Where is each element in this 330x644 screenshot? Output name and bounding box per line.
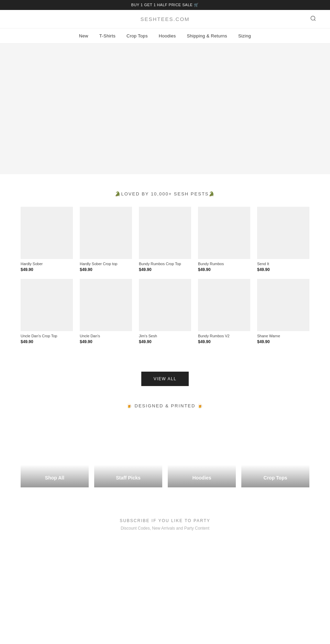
- category-hoodies[interactable]: Hoodies: [168, 419, 236, 487]
- product-price: $49.90: [257, 267, 309, 272]
- product-card-7[interactable]: Jim's Sesh $49.90: [139, 279, 191, 344]
- category-staff-picks[interactable]: Staff Picks: [94, 419, 162, 487]
- subscribe-title: SUBSCRIBE IF YOU LIKE TO PARTY: [21, 518, 309, 523]
- categories-section: 🍺 DESIGNED & PRINTED 🍺 Shop All Staff Pi…: [0, 403, 330, 505]
- products-grid-row2: Uncle Dan's Crop Top $49.90 Uncle Dan's …: [21, 279, 309, 344]
- subscribe-subtitle: Discount Codes, New Arrivals and Party C…: [21, 526, 309, 531]
- subscribe-section: SUBSCRIBE IF YOU LIKE TO PARTY Discount …: [0, 505, 330, 538]
- product-name: Hardly Sober: [21, 262, 73, 266]
- svg-point-0: [311, 16, 315, 20]
- category-crop-tops-label: Crop Tops: [241, 465, 309, 487]
- category-hoodies-label: Hoodies: [168, 465, 236, 487]
- product-price: $49.90: [139, 339, 191, 344]
- product-image: [21, 207, 73, 259]
- product-price: $49.90: [80, 267, 132, 272]
- products-grid: Hardly Sober $49.90 Hardly Sober Crop to…: [21, 207, 309, 272]
- product-name: Hardly Sober Crop top: [80, 262, 132, 266]
- header: SESHTEES.COM: [0, 10, 330, 29]
- product-price: $49.90: [198, 267, 250, 272]
- product-price: $49.90: [257, 339, 309, 344]
- products-section: 🐊LOVED BY 10,000+ SESH PESTS🐊 Hardly Sob…: [0, 174, 330, 361]
- products-section-title: 🐊LOVED BY 10,000+ SESH PESTS🐊: [21, 191, 309, 196]
- product-price: $49.90: [80, 339, 132, 344]
- search-icon[interactable]: [310, 15, 316, 23]
- product-card-4[interactable]: Send It $49.90: [257, 207, 309, 272]
- product-name: Bundy Rumbos V2: [198, 334, 250, 338]
- nav-sizing[interactable]: Sizing: [238, 33, 251, 38]
- product-name: Shane Warne: [257, 334, 309, 338]
- hero-banner: [0, 44, 330, 174]
- product-image: [198, 279, 250, 331]
- product-price: $49.90: [198, 339, 250, 344]
- site-logo[interactable]: SESHTEES.COM: [140, 16, 189, 22]
- product-price: $49.90: [139, 267, 191, 272]
- product-name: Send It: [257, 262, 309, 266]
- product-card-2[interactable]: Bundy Rumbos Crop Top $49.90: [139, 207, 191, 272]
- product-card-9[interactable]: Shane Warne $49.90: [257, 279, 309, 344]
- category-shop-all[interactable]: Shop All: [21, 419, 89, 487]
- main-nav: New T-Shirts Crop Tops Hoodies Shipping …: [0, 29, 330, 44]
- product-card-8[interactable]: Bundy Rumbos V2 $49.90: [198, 279, 250, 344]
- product-image: [80, 279, 132, 331]
- product-image: [139, 207, 191, 259]
- product-name: Uncle Dan's Crop Top: [21, 334, 73, 338]
- categories-grid: Shop All Staff Picks Hoodies Crop Tops: [21, 419, 309, 487]
- product-card-3[interactable]: Bundy Rumbos $49.90: [198, 207, 250, 272]
- product-name: Uncle Dan's: [80, 334, 132, 338]
- category-shop-all-label: Shop All: [21, 465, 89, 487]
- product-image: [21, 279, 73, 331]
- nav-tshirts[interactable]: T-Shirts: [99, 33, 116, 38]
- category-staff-picks-label: Staff Picks: [94, 465, 162, 487]
- product-card-1[interactable]: Hardly Sober Crop top $49.90: [80, 207, 132, 272]
- product-price: $49.90: [21, 267, 73, 272]
- product-card-6[interactable]: Uncle Dan's $49.90: [80, 279, 132, 344]
- view-all-button[interactable]: VIEW ALL: [141, 372, 189, 386]
- category-crop-tops[interactable]: Crop Tops: [241, 419, 309, 487]
- nav-new[interactable]: New: [79, 33, 88, 38]
- product-image: [198, 207, 250, 259]
- view-all-wrap: VIEW ALL: [0, 372, 330, 386]
- product-card-5[interactable]: Uncle Dan's Crop Top $49.90: [21, 279, 73, 344]
- nav-shipping[interactable]: Shipping & Returns: [187, 33, 227, 38]
- nav-crop-tops[interactable]: Crop Tops: [126, 33, 148, 38]
- product-name: Bundy Rumbos: [198, 262, 250, 266]
- product-name: Jim's Sesh: [139, 334, 191, 338]
- svg-line-1: [314, 19, 315, 20]
- top-banner: BUY 1 GET 1 HALF PRICE SALE 🛒: [0, 0, 330, 10]
- product-price: $49.90: [21, 339, 73, 344]
- product-name: Bundy Rumbos Crop Top: [139, 262, 191, 266]
- nav-hoodies[interactable]: Hoodies: [159, 33, 176, 38]
- product-card-0[interactable]: Hardly Sober $49.90: [21, 207, 73, 272]
- product-image: [257, 279, 309, 331]
- categories-title: 🍺 DESIGNED & PRINTED 🍺: [21, 403, 309, 408]
- product-image: [139, 279, 191, 331]
- product-image: [257, 207, 309, 259]
- product-image: [80, 207, 132, 259]
